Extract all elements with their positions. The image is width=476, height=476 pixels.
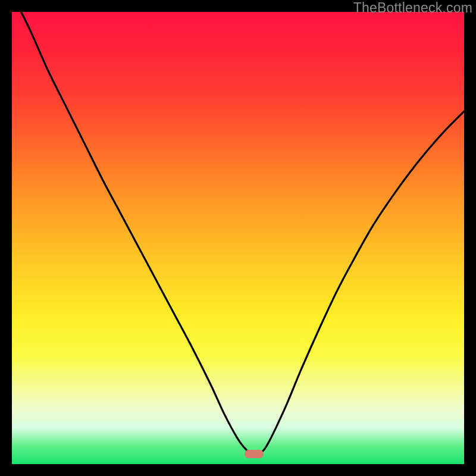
bottleneck-curve xyxy=(12,12,464,464)
plot-area xyxy=(12,12,464,464)
watermark-text: TheBottleneck.com xyxy=(353,0,472,16)
bottleneck-marker xyxy=(245,450,264,458)
chart-frame: TheBottleneck.com xyxy=(0,0,476,476)
